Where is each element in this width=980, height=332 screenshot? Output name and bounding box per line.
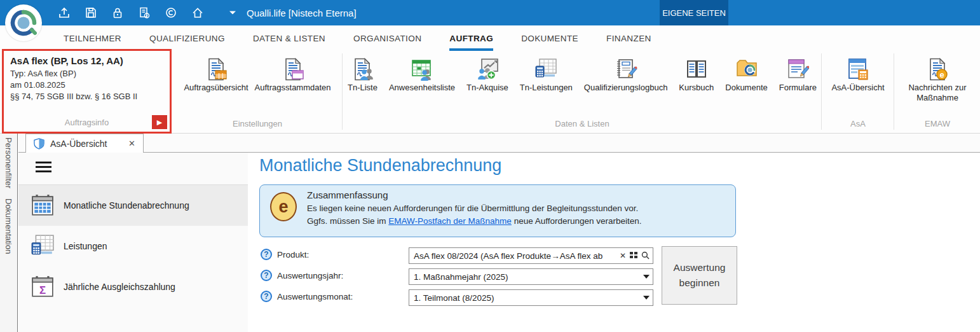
ribbon-separator: [342, 53, 343, 130]
emaw-postfach-link[interactable]: EMAW-Postfach der Maßnahme: [388, 216, 512, 226]
summary-line2: Ggfs. müssen Sie im EMAW-Postfach der Ma…: [307, 215, 642, 228]
help-icon[interactable]: ?: [261, 291, 272, 302]
auftrag-paragraph: §§ 74, 75 SGB III bzw. § 16 SGB II: [10, 91, 163, 102]
kursbuch-icon: [685, 58, 708, 81]
menu-tab-daten-listen[interactable]: DATEN & LISTEN: [253, 25, 325, 51]
tn-akquise-icon: [476, 58, 499, 81]
auftragsstammdaten-button[interactable]: Auftragsstammdaten: [253, 57, 333, 94]
anwesenheitsliste-button[interactable]: Anwesenheitsliste: [387, 57, 457, 94]
group-label-daten-listen: Daten & Listen: [343, 119, 821, 128]
tn-akquise-button[interactable]: Tn-Akquise: [465, 57, 510, 94]
auftrag-typ: Typ: AsA flex (BP): [10, 68, 163, 80]
auswertungsmonat-label-row: ? Auswertungsmonat:: [261, 291, 353, 302]
document-tab-bar: AsA-Übersicht ✕: [18, 134, 980, 153]
group-label-emaw: EMAW: [895, 119, 980, 128]
tn-leistungen-icon: [534, 58, 557, 81]
summary-heading: Zusammenfassung: [307, 190, 642, 200]
ribbon-group-emaw: e Nachrichten zur Maßnahme EMAW: [895, 51, 980, 133]
hamburger-menu-icon[interactable]: [18, 153, 248, 184]
nachrichten-zur-massnahme-icon: e: [926, 58, 949, 81]
help-icon[interactable]: ?: [261, 249, 272, 260]
tn-liste-button[interactable]: Tn-Liste: [346, 57, 379, 94]
summary-infobox: e Zusammenfassung Es liegen keine neuen …: [259, 184, 736, 237]
save-icon[interactable]: [84, 6, 98, 20]
tab-close-icon[interactable]: ✕: [128, 139, 135, 148]
tn-leistungen-button[interactable]: Tn-Leistungen: [518, 57, 575, 94]
auftragsuebersicht-icon: [205, 58, 228, 81]
nachrichten-zur-massnahme-button[interactable]: e Nachrichten zur Maßnahme: [901, 57, 974, 104]
side-panel-strip: Personenfilter Dokumentation: [0, 134, 18, 332]
menu-tab-qualifizierung[interactable]: QUALIFIZIERUNG: [149, 25, 225, 51]
menu-tab-teilnehmer[interactable]: TEILNEHMER: [64, 25, 121, 51]
anwesenheitsliste-icon: [411, 58, 433, 81]
tab-label: AsA-Übersicht: [50, 139, 123, 149]
chevron-down-icon[interactable]: [643, 275, 650, 279]
sidebar-item-leistungen[interactable]: Leistungen: [18, 226, 248, 266]
tab-asa-uebersicht[interactable]: AsA-Übersicht ✕: [25, 134, 144, 153]
formulare-button[interactable]: Formulare: [777, 57, 819, 94]
group-label-asa: AsA: [822, 119, 894, 128]
produkt-field[interactable]: AsA flex 08/2024 (AsA flex Produkte→AsA …: [409, 247, 653, 264]
page-sidebar: Monatliche Stundenabrechnung Leistungen …: [18, 153, 248, 332]
window-title: Qualli.life [Nistech Eterna]: [247, 8, 357, 18]
tn-liste-icon: [351, 58, 374, 81]
shield-icon: [34, 138, 44, 149]
auswertungsmonat-dropdown[interactable]: 1. Teilmonat (8/2025): [409, 289, 653, 306]
auswertung-beginnen-button[interactable]: Auswertung beginnen: [662, 246, 737, 305]
clear-icon[interactable]: ✕: [620, 252, 626, 259]
title-bar: Qualli.life [Nistech Eterna] EIGENE SEIT…: [0, 0, 980, 25]
ribbon: AsA flex (BP, Los 12, AA) Typ: AsA flex …: [0, 51, 980, 134]
sidebar-item-jaehrliche-ausgleichszahlung[interactable]: Σ Jährliche Ausgleichszahlung: [18, 266, 248, 307]
menu-tab-dokumente[interactable]: DOKUMENTE: [521, 25, 578, 51]
play-icon: ▶: [157, 119, 162, 126]
dokumente-icon: [735, 58, 758, 81]
produkt-label-row: ? Produkt:: [261, 249, 309, 260]
menu-tab-auftrag[interactable]: AUFTRAG: [449, 25, 493, 51]
asa-uebersicht-icon: [847, 58, 869, 81]
chevron-down-icon[interactable]: [643, 296, 650, 300]
ribbon-group-asa: AsA-Übersicht AsA: [822, 51, 894, 133]
auftragsinfo-panel: AsA flex (BP, Los 12, AA) Typ: AsA flex …: [2, 49, 172, 134]
main-menu: TEILNEHMER QUALIFIZIERUNG DATEN & LISTEN…: [0, 25, 980, 51]
formulare-icon: [786, 58, 809, 81]
personenfilter-panel-tab[interactable]: Personenfilter: [4, 137, 13, 188]
kursbuch-button[interactable]: Kursbuch: [677, 57, 716, 94]
asa-uebersicht-button[interactable]: AsA-Übersicht: [829, 57, 886, 94]
title-caret-icon[interactable]: [229, 10, 236, 15]
eigene-seiten-button[interactable]: EIGENE SEITEN: [660, 0, 728, 25]
auftragsinfo-expand-button[interactable]: ▶: [152, 115, 167, 129]
ribbon-separator: [894, 53, 894, 130]
auswertungsjahr-label-row: ? Auswertungsjahr:: [261, 270, 343, 281]
lock-icon[interactable]: [111, 6, 125, 20]
dokumentation-panel-tab[interactable]: Dokumentation: [4, 198, 13, 254]
menu-tab-organisation[interactable]: ORGANISATION: [353, 25, 421, 51]
report-run-icon[interactable]: [137, 6, 151, 20]
work-area: Personenfilter Dokumentation AsA-Übersic…: [0, 134, 980, 332]
group-label-einstellungen: Einstellungen: [173, 119, 342, 128]
app-logo[interactable]: [5, 4, 42, 41]
help-icon[interactable]: ?: [261, 270, 272, 281]
summary-line1: Es liegen keine neuen Aufforderungen für…: [307, 202, 642, 215]
list-select-icon[interactable]: [630, 251, 637, 260]
qualifizierungslogbuch-button[interactable]: Qualifizierungslogbuch: [582, 57, 670, 94]
upload-icon[interactable]: [57, 6, 71, 20]
copyright-icon[interactable]: [164, 6, 178, 20]
sigma-calendar-icon: Σ: [31, 275, 55, 299]
group-label-auftragsinfo: Auftragsinfo: [4, 118, 170, 127]
sidebar-item-monatliche-stundenabrechnung[interactable]: Monatliche Stundenabrechnung: [18, 185, 248, 226]
ribbon-group-daten-listen: Tn-Liste Anwesenheitsliste: [343, 51, 821, 133]
qualifizierungslogbuch-icon: [615, 58, 637, 81]
auftragsuebersicht-button[interactable]: Auftragsübersicht: [182, 57, 250, 94]
qualli-logo-icon: [10, 9, 37, 37]
emaw-e-icon: e: [270, 192, 297, 221]
home-icon[interactable]: [191, 6, 205, 20]
monthly-calendar-icon: [31, 193, 55, 218]
svg-text:Σ: Σ: [39, 284, 46, 296]
menu-tab-finanzen[interactable]: FINANZEN: [606, 25, 651, 51]
auftrag-datum: am 01.08.2025: [10, 80, 163, 91]
ribbon-group-einstellungen: Auftragsübersicht Auftragsstammdaten Ein…: [173, 51, 342, 133]
auswertungsjahr-dropdown[interactable]: 1. Maßnahmejahr (2025): [409, 268, 653, 285]
svg-text:e: e: [939, 70, 944, 80]
search-icon[interactable]: [641, 251, 650, 261]
dokumente-button[interactable]: Dokumente: [723, 57, 769, 94]
